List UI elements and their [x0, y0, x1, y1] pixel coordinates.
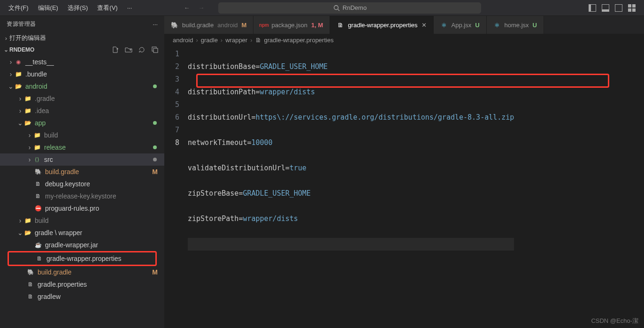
gutter: 1 2 3 4 5 6 7 8	[164, 46, 188, 276]
nav-back-icon[interactable]: ←	[184, 4, 190, 11]
new-file-icon[interactable]	[112, 46, 119, 53]
tree-gradle-wrapper[interactable]: ⌄📂gradle \ wrapper	[0, 227, 164, 239]
file-icon: 🗎	[255, 37, 261, 44]
menu-view[interactable]: 查看(V)	[92, 2, 122, 14]
menu-select[interactable]: 选择(S)	[63, 2, 92, 14]
breadcrumb-item[interactable]: gradle-wrapper.properties	[264, 37, 334, 44]
menu-more[interactable]: ···	[123, 2, 137, 13]
sidebar: 资源管理器 ··· › 打开的编辑器 ⌄ RNDEMO ›◉__tests__ …	[0, 16, 164, 328]
layout-controls	[589, 4, 640, 12]
search-icon	[333, 5, 340, 11]
tree-app[interactable]: ⌄📂app	[0, 117, 164, 129]
collapse-icon[interactable]	[151, 46, 159, 53]
tree-gradle-dot[interactable]: ›📁.gradle	[0, 92, 164, 105]
watermark: CSDN @Echo-潔	[591, 317, 638, 325]
tabs: 🐘 build.gradle android M npm package.jso…	[164, 16, 644, 34]
svg-line-1	[337, 9, 339, 11]
open-editors-label: 打开的编辑器	[9, 34, 46, 42]
tree-idea[interactable]: ›📁.idea	[0, 105, 164, 117]
react-icon: ⚛	[440, 21, 448, 29]
project-actions	[112, 46, 161, 53]
code-content[interactable]: distributionBase=GRADLE_USER_HOME distri…	[188, 46, 514, 276]
tree-tests[interactable]: ›◉__tests__	[0, 56, 164, 68]
tree-android[interactable]: ⌄📂android	[0, 80, 164, 92]
tree-bundle[interactable]: ›📁.bundle	[0, 68, 164, 80]
tree-gradle-wrapper-jar[interactable]: ☕gradle-wrapper.jar	[0, 239, 164, 251]
svg-rect-3	[153, 48, 158, 53]
tree-gradle-wrapper-props[interactable]: 🗎gradle-wrapper.properties	[9, 252, 155, 265]
tab-build-gradle[interactable]: 🐘 build.gradle android M	[164, 16, 253, 34]
project-section[interactable]: ⌄ RNDEMO	[0, 44, 164, 56]
sidebar-title: 资源管理器	[7, 20, 36, 28]
tab-label: package.json	[271, 22, 307, 29]
tab-gradle-wrapper-properties[interactable]: 🗎 gradle-wrapper.properties ✕	[330, 16, 433, 34]
tab-label: gradle-wrapper.properties	[348, 22, 417, 29]
layout-grid-icon[interactable]	[628, 4, 636, 12]
tree-release[interactable]: ›📁release	[0, 141, 164, 153]
tree-build-gradle2[interactable]: 🐘build.gradleM	[0, 266, 164, 278]
nav-arrows: ← →	[184, 4, 204, 11]
file-tree: ›◉__tests__ ›📁.bundle ⌄📂android ›📁.gradl…	[0, 56, 164, 328]
tab-package-json[interactable]: npm package.json 1, M	[253, 16, 330, 34]
new-folder-icon[interactable]	[125, 46, 132, 53]
menu-file[interactable]: 文件(F)	[4, 2, 33, 14]
tab-label: App.jsx	[452, 22, 472, 29]
breadcrumb-item[interactable]: android	[173, 37, 193, 44]
layout-left-icon[interactable]	[589, 4, 596, 12]
breadcrumb-item[interactable]: wrapper	[225, 37, 247, 44]
tab-sublabel: android	[217, 22, 238, 29]
layout-bottom-icon[interactable]	[602, 4, 609, 12]
refresh-icon[interactable]	[138, 46, 146, 53]
tree-my-release-key[interactable]: 🗎my-release-key.keystore	[0, 190, 164, 202]
sidebar-more-icon[interactable]: ···	[153, 21, 158, 28]
tree-debug-keystore[interactable]: 🗎debug.keystore	[0, 178, 164, 190]
sidebar-header: 资源管理器 ···	[0, 16, 164, 32]
tab-app-jsx[interactable]: ⚛ App.jsx U	[434, 16, 487, 34]
npm-icon: npm	[260, 21, 268, 29]
tab-status: U	[533, 22, 537, 29]
editor-area: 🐘 build.gradle android M npm package.jso…	[164, 16, 644, 328]
tree-build-gradle[interactable]: 🐘build.gradleM	[0, 166, 164, 178]
file-icon: 🗎	[337, 21, 344, 29]
main: 资源管理器 ··· › 打开的编辑器 ⌄ RNDEMO ›◉__tests__ …	[0, 16, 644, 328]
tab-status: 1, M	[311, 22, 323, 29]
tree-src[interactable]: ›⟨⟩src	[0, 153, 164, 166]
nav-forward-icon[interactable]: →	[198, 4, 204, 11]
svg-point-0	[334, 5, 338, 9]
tab-home-jsx[interactable]: ⚛ home.jsx U	[487, 16, 544, 34]
breadcrumb-item[interactable]: gradle	[201, 37, 218, 44]
elephant-icon: 🐘	[171, 21, 178, 29]
tree-gradlew[interactable]: 🗎gradlew	[0, 290, 164, 303]
search-box[interactable]: RnDemo	[218, 2, 481, 14]
search-placeholder: RnDemo	[343, 4, 367, 11]
tab-status: M	[242, 22, 247, 29]
tab-label: build.gradle	[182, 22, 214, 29]
chevron-right-icon: ›	[3, 35, 9, 42]
tree-build[interactable]: ›📁build	[0, 129, 164, 141]
breadcrumb[interactable]: android› gradle› wrapper› 🗎 gradle-wrapp…	[164, 34, 644, 46]
project-name: RNDEMO	[9, 46, 34, 53]
menu-edit[interactable]: 编辑(E)	[33, 2, 63, 14]
menubar: 文件(F) 编辑(E) 选择(S) 查看(V) ··· ← → RnDemo	[0, 0, 644, 16]
tab-label: home.jsx	[505, 22, 529, 29]
file-highlight: 🗎gradle-wrapper.properties	[8, 251, 157, 266]
react-icon: ⚛	[493, 21, 501, 29]
tab-status: U	[475, 22, 479, 29]
tree-gradle-properties[interactable]: 🗎gradle.properties	[0, 278, 164, 290]
close-icon[interactable]: ✕	[422, 22, 427, 29]
code-area[interactable]: 1 2 3 4 5 6 7 8 distributionBase=GRADLE_…	[164, 46, 644, 276]
tree-build2[interactable]: ›📁build	[0, 214, 164, 227]
chevron-down-icon: ⌄	[3, 46, 9, 53]
open-editors-section[interactable]: › 打开的编辑器	[0, 32, 164, 44]
tree-proguard[interactable]: ⛔proguard-rules.pro	[0, 202, 164, 214]
layout-right-icon[interactable]	[615, 4, 622, 12]
